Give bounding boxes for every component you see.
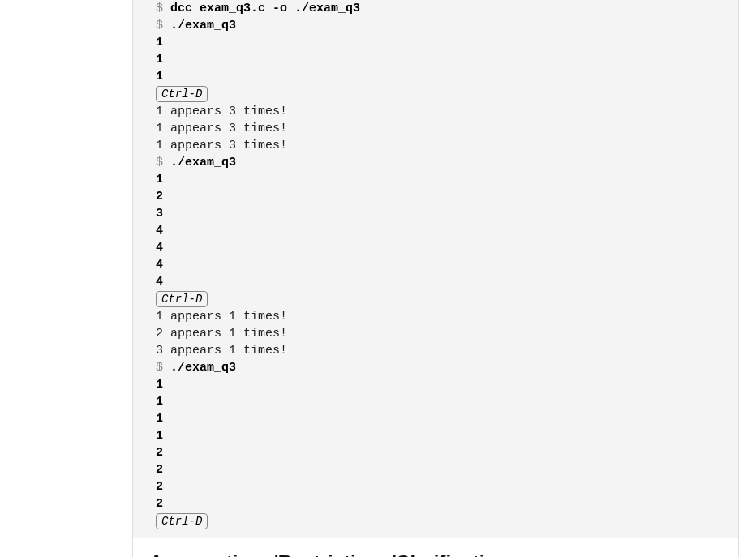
program-output-text: 1 appears 1 times! bbox=[156, 310, 287, 323]
terminal-line: $ ./exam_q3 bbox=[156, 17, 715, 34]
prompt-symbol: $ bbox=[156, 19, 170, 32]
program-output-text: 1 appears 3 times! bbox=[156, 122, 287, 135]
user-input-text: 1 bbox=[156, 36, 163, 49]
program-output-text: 1 appears 3 times! bbox=[156, 139, 287, 152]
user-input-text: 1 bbox=[156, 412, 163, 426]
terminal-line: 2 bbox=[156, 461, 715, 478]
terminal-line: $ ./exam_q3 bbox=[156, 359, 715, 376]
terminal-line: 1 bbox=[156, 410, 715, 427]
keyboard-shortcut: Ctrl-D bbox=[156, 86, 208, 102]
user-input-text: 4 bbox=[156, 241, 163, 255]
user-input-text: 4 bbox=[156, 224, 163, 238]
user-input-text: 4 bbox=[156, 258, 163, 272]
terminal-line: 4 bbox=[156, 222, 715, 239]
terminal-line: 1 bbox=[156, 68, 715, 85]
program-output-text: 3 appears 1 times! bbox=[156, 344, 287, 358]
terminal-line: 2 bbox=[156, 444, 715, 461]
prompt-symbol: $ bbox=[156, 2, 170, 15]
program-output-text: 1 appears 3 times! bbox=[156, 105, 287, 118]
terminal-line: 2 bbox=[156, 495, 715, 512]
terminal-line: 3 appears 1 times! bbox=[156, 342, 715, 359]
command-text: dcc exam_q3.c -o ./exam_q3 bbox=[170, 2, 360, 15]
terminal-line: Ctrl-D bbox=[156, 85, 715, 103]
terminal-line: 4 bbox=[156, 273, 715, 290]
terminal-line: 1 bbox=[156, 51, 715, 68]
terminal-line: 1 appears 1 times! bbox=[156, 308, 715, 325]
user-input-text: 3 bbox=[156, 207, 163, 221]
terminal-line: 1 appears 3 times! bbox=[156, 137, 715, 154]
terminal-line: $ dcc exam_q3.c -o ./exam_q3 bbox=[156, 0, 715, 17]
terminal-line: 2 bbox=[156, 188, 715, 205]
terminal-line: 2 appears 1 times! bbox=[156, 325, 715, 342]
terminal-line: 3 bbox=[156, 205, 715, 222]
terminal-line: 4 bbox=[156, 239, 715, 256]
user-input-text: 2 bbox=[156, 463, 163, 477]
command-text: ./exam_q3 bbox=[170, 361, 236, 375]
user-input-text: 1 bbox=[156, 53, 163, 66]
user-input-text: 2 bbox=[156, 497, 163, 511]
keyboard-shortcut: Ctrl-D bbox=[156, 513, 208, 529]
terminal-line: 1 bbox=[156, 171, 715, 188]
terminal-line: Ctrl-D bbox=[156, 290, 715, 308]
section-heading: Assumptions/Restrictions/Clarifications. bbox=[133, 538, 738, 557]
terminal-line: 2 bbox=[156, 478, 715, 495]
content-container: $ dcc exam_q3.c -o ./exam_q3$ ./exam_q31… bbox=[132, 0, 739, 557]
user-input-text: 1 bbox=[156, 173, 163, 186]
terminal-line: 1 bbox=[156, 34, 715, 51]
user-input-text: 1 bbox=[156, 429, 163, 443]
terminal-line: 1 appears 3 times! bbox=[156, 120, 715, 137]
user-input-text: 4 bbox=[156, 275, 163, 289]
user-input-text: 2 bbox=[156, 480, 163, 494]
user-input-text: 1 bbox=[156, 395, 163, 409]
terminal-line: 1 bbox=[156, 393, 715, 410]
command-text: ./exam_q3 bbox=[170, 19, 236, 32]
terminal-line: 1 bbox=[156, 427, 715, 444]
terminal-line: Ctrl-D bbox=[156, 512, 715, 530]
user-input-text: 2 bbox=[156, 190, 163, 204]
terminal-line: 1 bbox=[156, 376, 715, 393]
prompt-symbol: $ bbox=[156, 361, 170, 375]
terminal-line: $ ./exam_q3 bbox=[156, 154, 715, 171]
terminal-line: 1 appears 3 times! bbox=[156, 103, 715, 120]
terminal-output: $ dcc exam_q3.c -o ./exam_q3$ ./exam_q31… bbox=[133, 0, 738, 538]
keyboard-shortcut: Ctrl-D bbox=[156, 291, 208, 307]
prompt-symbol: $ bbox=[156, 156, 170, 169]
command-text: ./exam_q3 bbox=[170, 156, 236, 169]
user-input-text: 2 bbox=[156, 446, 163, 460]
terminal-line: 4 bbox=[156, 256, 715, 273]
program-output-text: 2 appears 1 times! bbox=[156, 327, 287, 341]
user-input-text: 1 bbox=[156, 70, 163, 84]
user-input-text: 1 bbox=[156, 378, 163, 392]
